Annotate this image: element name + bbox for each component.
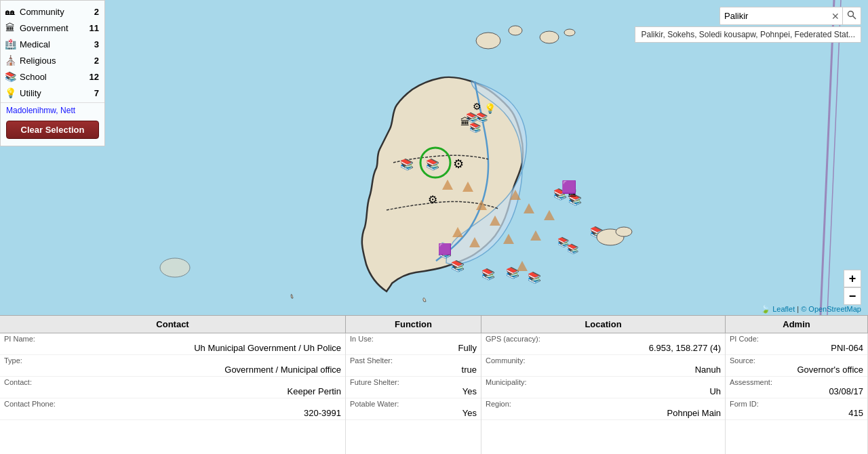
community-row: Community: Nanuh [481, 355, 725, 377]
selected-area-text: Madolenihmw, Nett [1, 102, 104, 118]
source-value: Governor's office [730, 365, 863, 375]
info-table: Contact Function Location Admin PI Name:… [0, 315, 868, 454]
in-use-row: In Use: Fully [346, 333, 481, 355]
map-container[interactable]: 📚 📚 ⚙ 📚 📚 📚 📚 📚 ⚙ 🔧 📚 📚 🏛 📚 📚 📚 📚 📚 📚 [0, 0, 868, 315]
legend-item-religious[interactable]: ⛪ Religious 2 [1, 52, 104, 68]
gps-value: 6.953, 158.277 (4) [486, 343, 721, 353]
utility-label: Utility [20, 88, 92, 98]
type-value: Government / Municipal office [4, 365, 341, 375]
svg-line-49 [853, 16, 856, 20]
medical-count: 3 [94, 39, 99, 49]
government-count: 11 [90, 23, 99, 33]
community-row-label: Community: [486, 356, 721, 365]
type-label: Type: [4, 356, 341, 365]
svg-text:💡: 💡 [484, 103, 496, 115]
region-value: Pohnpei Main [486, 408, 721, 418]
community-row-value: Nanuh [486, 365, 721, 375]
pi-code-label: PI Code: [730, 335, 863, 343]
assessment-value: 03/08/17 [730, 386, 863, 396]
municipality-row: Municipality: Uh [481, 377, 725, 398]
potable-water-row: Potable Water: Yes [346, 398, 481, 420]
in-use-label: In Use: [350, 335, 477, 343]
svg-text:📚: 📚 [426, 158, 439, 171]
svg-text:📚: 📚 [451, 260, 465, 272]
svg-point-47 [160, 258, 190, 277]
header-location: Location [481, 316, 726, 333]
search-input[interactable] [720, 8, 829, 24]
government-label: Government [20, 23, 87, 33]
medical-label: Medical [20, 39, 92, 49]
svg-point-46 [616, 227, 632, 236]
future-shelter-row: Future Shelter: Yes [346, 377, 481, 398]
utility-icon: 💡 [3, 86, 17, 100]
zoom-in-button[interactable]: + [844, 270, 861, 287]
legend-item-community[interactable]: 🏘 Community 2 [1, 3, 104, 20]
svg-point-5 [540, 31, 559, 43]
svg-text:🟪: 🟪 [561, 180, 577, 194]
religious-icon: ⛪ [3, 54, 17, 67]
legend-panel: 🏘 Community 2 🏛 Government 11 🏥 Medical … [0, 0, 105, 146]
pi-code-row: PI Code: PNI-064 [726, 333, 867, 355]
pi-name-row: PI Name: Uh Municipal Government / Uh Po… [0, 333, 345, 355]
in-use-value: Fully [350, 343, 477, 353]
future-shelter-label: Future Shelter: [350, 378, 477, 386]
map-attribution: 🍃 Leaflet | © OpenStreetMap [761, 305, 861, 314]
school-count: 12 [90, 72, 99, 82]
school-icon: 📚 [3, 70, 17, 83]
pi-code-value: PNI-064 [730, 343, 863, 353]
form-id-label: Form ID: [730, 400, 863, 408]
svg-text:📚: 📚 [469, 122, 481, 133]
assessment-label: Assessment: [730, 378, 863, 386]
svg-point-4 [509, 26, 522, 35]
header-admin: Admin [726, 316, 868, 333]
svg-text:📚: 📚 [506, 266, 519, 279]
contact-label: Contact: [4, 378, 341, 386]
svg-text:⚙: ⚙ [428, 194, 437, 205]
osm-link[interactable]: © OpenStreetMap [801, 305, 861, 313]
contact-row: Contact: Keeper Pertin [0, 377, 345, 398]
contact-phone-value: 320-3991 [4, 408, 341, 418]
search-suggestion[interactable]: Palikir, Sokehs, Soledi kousapw, Pohnpei… [635, 26, 861, 43]
medical-icon: 🏥 [3, 37, 17, 51]
legend-item-government[interactable]: 🏛 Government 11 [1, 20, 104, 36]
header-contact: Contact [0, 316, 346, 333]
svg-text:📚: 📚 [481, 268, 495, 281]
svg-text:🏛: 🏛 [460, 117, 470, 127]
svg-text:📚: 📚 [528, 271, 541, 284]
community-icon: 🏘 [3, 5, 17, 18]
school-label: School [20, 72, 87, 82]
legend-item-utility[interactable]: 💡 Utility 7 [1, 85, 104, 101]
past-shelter-value: true [350, 365, 477, 375]
leaflet-link[interactable]: Leaflet [772, 305, 795, 313]
community-count: 2 [94, 7, 99, 17]
legend-item-medical[interactable]: 🏥 Medical 3 [1, 36, 104, 52]
svg-text:📚: 📚 [400, 158, 414, 171]
svg-text:📚: 📚 [567, 243, 579, 255]
search-clear-button[interactable]: ✕ [829, 9, 842, 23]
admin-column: PI Code: PNI-064 Source: Governor's offi… [726, 333, 868, 454]
community-label: Community [20, 7, 92, 17]
function-column: In Use: Fully Past Shelter: true Future … [346, 333, 481, 454]
header-function: Function [346, 316, 481, 333]
gps-row: GPS (accuracy): 6.953, 158.277 (4) [481, 333, 725, 355]
legend-item-school[interactable]: 📚 School 12 [1, 68, 104, 85]
source-label: Source: [730, 356, 863, 365]
form-id-value: 415 [730, 408, 863, 418]
zoom-out-button[interactable]: − [844, 287, 861, 305]
svg-text:🟪: 🟪 [438, 243, 452, 255]
type-row: Type: Government / Municipal office [0, 355, 345, 377]
contact-value: Keeper Pertin [4, 386, 341, 396]
svg-point-6 [564, 29, 575, 36]
gps-label: GPS (accuracy): [486, 335, 721, 343]
assessment-row: Assessment: 03/08/17 [726, 377, 867, 398]
search-icon [847, 10, 856, 20]
svg-text:⚙: ⚙ [453, 157, 464, 171]
search-button[interactable] [842, 7, 861, 24]
contact-phone-label: Contact Phone: [4, 400, 341, 408]
clear-selection-button[interactable]: Clear Selection [6, 121, 99, 139]
form-id-row: Form ID: 415 [726, 398, 867, 420]
zoom-controls: + − [844, 270, 861, 305]
source-row: Source: Governor's office [726, 355, 867, 377]
future-shelter-value: Yes [350, 386, 477, 396]
past-shelter-label: Past Shelter: [350, 356, 477, 365]
